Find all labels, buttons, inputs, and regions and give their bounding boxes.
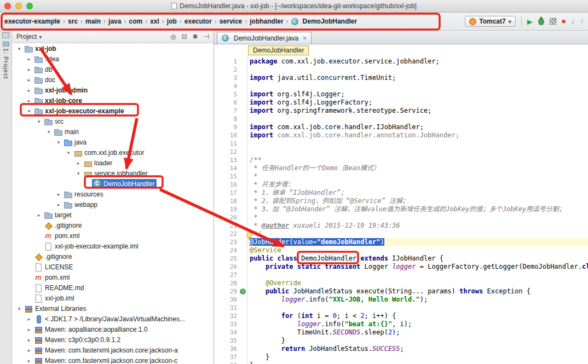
breadcrumb-item[interactable]: job	[166, 18, 178, 25]
tree-item-xxl-job-executor-example[interactable]: ▾xxl-job-executor-example	[12, 106, 214, 116]
tree-item-license[interactable]: LICENSE	[12, 262, 214, 272]
code-line[interactable]: 18 * 2、装配到Spring，例如加 “@Service” 注解；	[214, 197, 588, 205]
collapsed-arrow-icon[interactable]: ▸	[55, 202, 62, 207]
code-line[interactable]: 29↑ public JobHandleStatus execute(Strin…	[214, 287, 588, 296]
tree-item-src[interactable]: ▾src	[12, 116, 214, 126]
tree-item-demojobhandler[interactable]: CDemoJobHandler	[12, 178, 214, 189]
tree-item-service-jobhandler[interactable]: ▾service.jobhandler	[12, 168, 214, 178]
breadcrumb-chip[interactable]: DemoJobHandler	[248, 45, 309, 55]
vcs-update-icon[interactable]: ↓	[571, 18, 575, 25]
tree-item-maven-c3p0-c3p0-0-9-1-2[interactable]: ▸Maven: c3p0:c3p0:0.9.1.2	[12, 334, 214, 345]
code-line[interactable]: 12	[214, 148, 588, 156]
collapsed-arrow-icon[interactable]: ▸	[55, 192, 62, 197]
code-line[interactable]: 2	[214, 66, 588, 74]
debug-bug-icon[interactable]	[538, 18, 544, 25]
tree-item-loader[interactable]: ▸loader	[12, 158, 214, 168]
breadcrumb-item[interactable]: java	[107, 18, 122, 25]
stop-button[interactable]: ■	[562, 18, 566, 25]
collapsed-arrow-icon[interactable]: ▸	[25, 316, 33, 322]
tree-item-maven-com-fasterxml-jackson-core-jackson-a[interactable]: ▸Maven: com.fasterxml.jackson.core:jacks…	[12, 345, 214, 355]
collapsed-arrow-icon[interactable]: ▸	[25, 88, 33, 93]
code-line[interactable]: 24@Service	[214, 246, 588, 255]
hide-panel-icon[interactable]: ⊣	[204, 33, 209, 41]
tree-item-webapp[interactable]: ▸webapp	[12, 199, 214, 210]
collapsed-arrow-icon[interactable]: ▸	[25, 67, 33, 72]
tree-item-doc[interactable]: ▸doc	[12, 74, 214, 85]
code-line[interactable]: 1package com.xxl.job.executor.service.jo…	[214, 57, 588, 66]
close-window-button[interactable]	[4, 3, 11, 9]
expanded-arrow-icon[interactable]: ▾	[65, 150, 72, 155]
tree-item-pom-xml[interactable]: mpom.xml	[12, 272, 214, 282]
code-line[interactable]: 13/**	[214, 156, 588, 164]
tree-item-xxl-job-core[interactable]: ▸xxl-job-core	[12, 95, 214, 106]
tree-item-xxl-job-admin[interactable]: ▸xxl-job-admin	[12, 85, 214, 95]
tree-item-target[interactable]: ▸target	[12, 210, 214, 220]
code-line[interactable]: 20 *	[214, 213, 588, 222]
collapsed-arrow-icon[interactable]: ▸	[25, 56, 33, 62]
code-line[interactable]: 11	[214, 140, 588, 148]
code-line[interactable]: 33 logger.info("beat at:{}", i);	[214, 320, 588, 328]
code-line[interactable]: 21 * @author xuxueli 2015-12-19 19:43:36	[214, 222, 588, 230]
tree-item-com-xxl-job-executor[interactable]: ▾com.xxl.job.executor	[12, 147, 214, 158]
collapsed-arrow-icon[interactable]: ▸	[25, 348, 33, 353]
code-line[interactable]: 32 for (int i = 0; i < 2; i++) {	[214, 312, 588, 320]
tab-demojobhandler[interactable]: C DemoJobHandler.java ×	[217, 32, 312, 44]
breadcrumb-item[interactable]: service	[218, 18, 243, 25]
expanded-arrow-icon[interactable]: ▾	[55, 140, 62, 145]
code-line[interactable]: 22 */	[214, 230, 588, 238]
code-line[interactable]: 38}	[214, 361, 588, 364]
code-line[interactable]: 26 private static transient Logger logge…	[214, 263, 588, 271]
code-line[interactable]: 6import org.slf4j.LoggerFactory;	[214, 99, 588, 107]
expanded-arrow-icon[interactable]: ▾	[35, 119, 43, 124]
breadcrumb-item[interactable]: com	[128, 18, 143, 25]
run-config-selector[interactable]: Tomcat7 ▾	[465, 16, 516, 27]
collapsed-arrow-icon[interactable]: ▸	[25, 358, 33, 363]
locate-icon[interactable]: ◎	[170, 33, 176, 41]
tree-item-xxl-job[interactable]: ▾xxl-job	[12, 43, 214, 54]
tree-item-maven-aopalliance-aopalliance-1-0[interactable]: ▸Maven: aopalliance:aopalliance:1.0	[12, 324, 214, 334]
breadcrumb-item[interactable]: executor-example	[3, 18, 61, 25]
code-line[interactable]: 9import com.xxl.job.core.handler.IJobHan…	[214, 123, 588, 131]
code-line[interactable]: 16 * 开发步骤：	[214, 181, 588, 189]
code-line[interactable]: 31	[214, 304, 588, 312]
collapsed-arrow-icon[interactable]: ▸	[25, 327, 33, 332]
breadcrumb-item[interactable]: executor	[183, 18, 213, 25]
tree-item-gitignore[interactable]: .gitignore	[12, 251, 214, 262]
code-line[interactable]: 17 * 1、继承 “IJobHandler”；	[214, 189, 588, 197]
tree-item-java[interactable]: ▾java	[12, 137, 214, 147]
tree-item-resources[interactable]: ▸resources	[12, 189, 214, 199]
code-line[interactable]: 8	[214, 115, 588, 123]
code-area[interactable]: 1package com.xxl.job.executor.service.jo…	[214, 56, 588, 364]
tree-item-external-libraries[interactable]: ▾External Libraries	[12, 303, 214, 314]
code-line[interactable]: 15 *	[214, 172, 588, 181]
code-line[interactable]: 34 TimeUnit.SECONDS.sleep(2);	[214, 328, 588, 337]
tree-item-xxl-job-iml[interactable]: xxl-job.iml	[12, 293, 214, 303]
project-tool-button[interactable]: 1: Project	[3, 42, 9, 79]
code-line[interactable]: 4	[214, 82, 588, 90]
tree-item-idea[interactable]: ▸.idea	[12, 54, 214, 64]
collapsed-arrow-icon[interactable]: ▸	[25, 98, 33, 103]
coverage-grid-icon[interactable]	[550, 18, 556, 25]
breadcrumb-item[interactable]: jobhandler	[249, 18, 284, 25]
code-line[interactable]: 10import com.xxl.job.core.handler.annota…	[214, 131, 588, 140]
code-line[interactable]: 36 return JobHandleStatus.SUCCESS;	[214, 345, 588, 353]
intention-bulb-icon[interactable]	[246, 232, 252, 238]
code-line[interactable]: 25public class DemoJobHandler extends IJ…	[214, 255, 588, 263]
zoom-window-button[interactable]	[26, 3, 33, 9]
tree-item-main[interactable]: ▾main	[12, 126, 214, 137]
expanded-arrow-icon[interactable]: ▾	[25, 108, 33, 114]
breadcrumb-item[interactable]: main	[84, 18, 102, 25]
breadcrumb-item-class[interactable]: CDemoJobHandler	[290, 18, 358, 25]
tree-item-maven-com-fasterxml-jackson-core-jackson-c[interactable]: ▸Maven: com.fasterxml.jackson.core:jacks…	[12, 355, 214, 364]
close-tab-icon[interactable]: ×	[303, 34, 307, 42]
collapsed-arrow-icon[interactable]: ▸	[74, 160, 82, 166]
expanded-arrow-icon[interactable]: ▾	[15, 306, 23, 311]
tree-item-readme-md[interactable]: README.md	[12, 282, 214, 293]
expanded-arrow-icon[interactable]: ▾	[15, 46, 23, 51]
tree-item-xxl-job-executor-example-iml[interactable]: xxl-job-executor-example.iml	[12, 241, 214, 251]
override-method-icon[interactable]: ↑	[240, 288, 246, 294]
code-line[interactable]: 14 * 任务Handler的一个Demo（Bean模式）	[214, 164, 588, 172]
code-line[interactable]: 23@JobHander(value="demoJobHandler")	[214, 238, 588, 246]
code-line[interactable]: 37 }	[214, 353, 588, 361]
project-view-dropdown[interactable]: Project ▾	[16, 33, 42, 41]
